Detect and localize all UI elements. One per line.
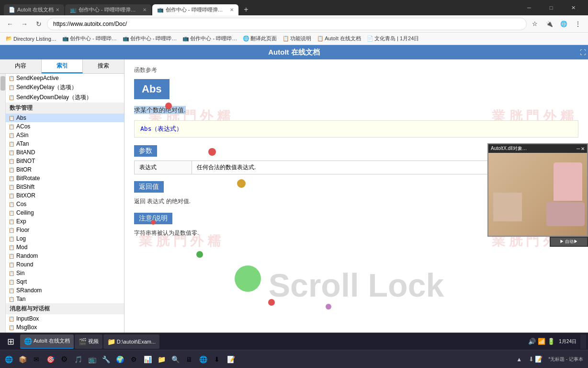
sidebar-item-floor[interactable]: 📋 Floor — [6, 226, 124, 234]
sidebar-tab-content[interactable]: 内容 — [0, 59, 42, 73]
sidebar-item-log[interactable]: 📋 Log — [6, 234, 124, 243]
bookmark-bilibili-3[interactable]: 📺 创作中心 - 哔哩哔… — [180, 34, 240, 43]
translate-button[interactable]: 🌐 — [557, 18, 570, 30]
bookmark-button[interactable]: ☆ — [529, 18, 541, 30]
quicklaunch-settings[interactable]: ⚙ — [57, 353, 71, 366]
sidebar-item-bitand[interactable]: 📋 BitAND — [6, 148, 124, 157]
bookmark-bilibili-1[interactable]: 📺 创作中心 - 哔哩哔… — [59, 34, 120, 43]
sidebar-item-exp[interactable]: 📋 Exp — [6, 217, 124, 226]
floating-video-minimize[interactable]: ─ — [577, 146, 580, 151]
bottom-tray-arrow[interactable]: ▲ — [512, 353, 526, 366]
sidebar-item-inputbox[interactable]: 📋 InputBox — [6, 314, 124, 323]
address-input[interactable] — [47, 18, 527, 30]
bookmark-bilibili-2[interactable]: 📺 创作中心 - 哔哩哔… — [120, 34, 180, 43]
taskbar-item-autoit[interactable]: 🌐 AutoIt 在线文档 — [20, 334, 74, 349]
quicklaunch-winzip[interactable]: 📦 — [16, 353, 29, 366]
sidebar-item-sqrt[interactable]: 📋 Sqrt — [6, 277, 124, 286]
floating-video[interactable]: AutoItX.dll对象… ─ ✕ — [487, 143, 588, 237]
taskbar-item-video[interactable]: 🎬 视频 — [75, 334, 102, 349]
sidebar-item-ceiling[interactable]: 📋 Ceiling — [6, 208, 124, 217]
sidebar-item-sendkeydelay[interactable]: 📋 SendKeyDelay（选项） — [6, 82, 124, 92]
tab-autoit-close[interactable]: ✕ — [56, 7, 59, 12]
video-shape-1 — [554, 162, 582, 201]
tab-autoit[interactable]: 📄 AutoIt 在线文档 ✕ — [4, 4, 64, 15]
sidebar-item-progressoff[interactable]: 📋 ProgressOff — [6, 332, 124, 333]
category-math-label: 数学管理 — [10, 104, 33, 111]
new-tab-button[interactable]: + — [239, 4, 253, 15]
taskbar-video-icon: 🎬 — [79, 338, 87, 345]
quicklaunch-target[interactable]: 🎯 — [44, 353, 57, 366]
bookmark-features[interactable]: 📋 功能说明 — [280, 34, 314, 43]
tab-bilibili-2-close[interactable]: ✕ — [230, 7, 234, 12]
sidebar-item-sendkeepactive[interactable]: 📋 SendKeepActive — [6, 74, 124, 82]
sidebar-item-bitnot[interactable]: 📋 BitNOT — [6, 157, 124, 165]
quicklaunch-chart[interactable]: 📊 — [141, 353, 154, 366]
tab-bilibili-2[interactable]: 📺 创作中心 - 哔哩哔哩弹幕视频网 ✕ — [152, 4, 238, 15]
bookmark-culture[interactable]: 📄 文化青岛 | 1月24日 — [364, 34, 422, 43]
bookmark-directory[interactable]: 📂 Directory Listing… — [3, 34, 59, 43]
main-area: AutoIt 在线文档 ⛶ 内容 索引 搜索 — [0, 45, 588, 333]
category-math: 数学管理 — [6, 103, 124, 114]
sidebar-item-bitrotate[interactable]: 📋 BitRotate — [6, 174, 124, 183]
back-button[interactable]: ← — [4, 18, 16, 30]
sidebar-item-cos[interactable]: 📋 Cos — [6, 200, 124, 208]
menu-button[interactable]: ⋮ — [572, 18, 584, 30]
tray-internet-download[interactable]: ⬇ — [529, 356, 534, 363]
tab-bilibili-1-close[interactable]: ✕ — [143, 7, 147, 12]
floating-video-close[interactable]: ✕ — [581, 146, 585, 151]
quicklaunch-folder[interactable]: 📁 — [155, 353, 168, 366]
forward-button[interactable]: → — [18, 18, 31, 30]
quicklaunch-mail[interactable]: ✉ — [30, 353, 43, 366]
quicklaunch-globe[interactable]: 🌍 — [113, 353, 126, 366]
sidebar-item-tan[interactable]: 📋 Tan — [6, 295, 124, 303]
bookmark-autoit[interactable]: 📋 AutoIt 在线文档 — [314, 34, 364, 43]
sidebar-item-abs[interactable]: 📋 Abs — [6, 114, 124, 122]
header-expand-button[interactable]: ⛶ — [580, 49, 586, 56]
extension-button[interactable]: 🔌 — [543, 18, 555, 30]
sidebar-item-msgbox[interactable]: 📋 MsgBox — [6, 323, 124, 332]
sidebar-tab-content-label: 内容 — [15, 62, 26, 69]
refresh-button[interactable]: ↻ — [33, 18, 45, 30]
sidebar-item-bitshift[interactable]: 📋 BitShift — [6, 183, 124, 191]
sidebar-item-ceiling-label: Ceiling — [16, 209, 34, 216]
quicklaunch-music[interactable]: 🎵 — [71, 353, 85, 366]
sidebar-item-acos[interactable]: 📋 ACos — [6, 122, 124, 131]
quicklaunch-config[interactable]: ⚙ — [127, 353, 140, 366]
sidebar-item-bitor[interactable]: 📋 BitOR — [6, 165, 124, 174]
quicklaunch-media[interactable]: 📺 — [85, 353, 99, 366]
quicklaunch-display[interactable]: 🖥 — [182, 353, 196, 366]
sidebar-tab-index[interactable]: 索引 — [42, 59, 83, 73]
sidebar-item-sendkeydowndelay[interactable]: 📋 SendKeyDownDelay（选项） — [6, 92, 124, 103]
sidebar-item-abs-icon: 📋 — [9, 115, 14, 121]
sidebar-tab-search[interactable]: 搜索 — [83, 59, 124, 73]
quicklaunch-search[interactable]: 🔍 — [169, 353, 182, 366]
quicklaunch-tools[interactable]: 🔧 — [99, 353, 113, 366]
quicklaunch-ie[interactable]: 🌐 — [2, 353, 15, 366]
sidebar-item-srandom[interactable]: 📋 SRandom — [6, 286, 124, 295]
bookmark-translate[interactable]: 🌐 翻译此页面 — [240, 34, 280, 43]
taskbar-item-folder[interactable]: 📁 D:\autoit\Exam... — [103, 334, 159, 349]
close-button[interactable]: ✕ — [562, 0, 584, 15]
start-button[interactable]: ⊞ — [2, 334, 19, 349]
tray-notepad[interactable]: 📝 — [535, 356, 543, 363]
category-msgbox-label: 消息框与对话框 — [10, 305, 50, 312]
minimize-button[interactable]: ─ — [518, 0, 540, 15]
sidebar-item-sendkeydelay-icon: 📋 — [9, 85, 14, 90]
sidebar-item-random[interactable]: 📋 Random — [6, 252, 124, 260]
sidebar-item-mod[interactable]: 📋 Mod — [6, 243, 124, 252]
maximize-button[interactable]: □ — [540, 0, 562, 15]
tray-icon-sound[interactable]: 🔊 — [528, 338, 536, 345]
sidebar-scrollbar[interactable] — [0, 74, 6, 333]
sidebar-item-round[interactable]: 📋 Round — [6, 260, 124, 269]
quicklaunch-browser[interactable]: 🌐 — [196, 353, 210, 366]
sidebar-item-sin[interactable]: 📋 Sin — [6, 269, 124, 277]
tab-bilibili-1[interactable]: 📺 创作中心 - 哔哩哔哩弹幕视频网 ✕ — [65, 4, 151, 15]
sidebar-item-bitxor[interactable]: 📋 BitXOR — [6, 191, 124, 200]
sidebar-item-asin[interactable]: 📋 ASin — [6, 131, 124, 139]
tray-icon-network[interactable]: 📶 — [538, 338, 545, 345]
tray-icon-battery[interactable]: 🔋 — [547, 338, 555, 345]
sidebar-item-atan[interactable]: 📋 ATan — [6, 139, 124, 148]
quicklaunch-download[interactable]: ⬇ — [210, 353, 224, 366]
show-desktop-button[interactable] — [580, 334, 586, 349]
quicklaunch-notepad[interactable]: 📝 — [224, 353, 237, 366]
